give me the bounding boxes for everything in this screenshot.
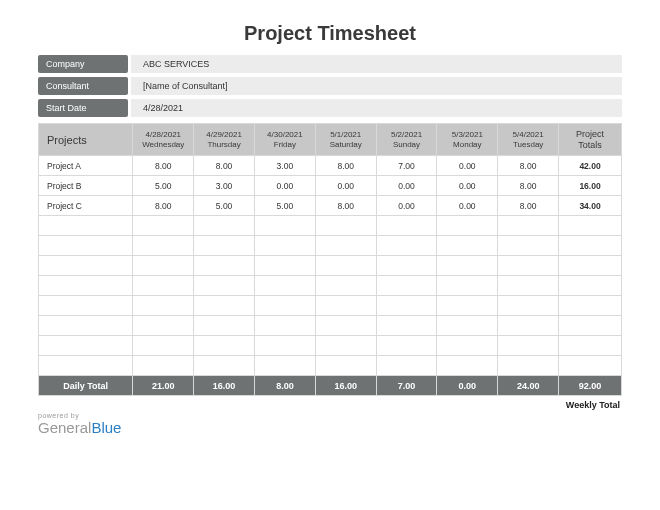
hours-cell[interactable] xyxy=(254,256,315,276)
hours-cell[interactable] xyxy=(315,216,376,236)
hours-cell[interactable] xyxy=(194,316,255,336)
hours-cell[interactable] xyxy=(194,336,255,356)
hours-cell[interactable] xyxy=(498,256,559,276)
hours-cell[interactable]: 0.00 xyxy=(376,176,437,196)
hours-cell[interactable] xyxy=(315,276,376,296)
hours-cell[interactable] xyxy=(437,296,498,316)
hours-cell[interactable] xyxy=(437,236,498,256)
hours-cell[interactable]: 0.00 xyxy=(254,176,315,196)
hours-cell[interactable] xyxy=(133,216,194,236)
project-name-cell[interactable] xyxy=(39,336,133,356)
timesheet-document: Project Timesheet Company ABC SERVICES C… xyxy=(0,0,660,446)
hours-cell[interactable]: 0.00 xyxy=(437,156,498,176)
hours-cell[interactable]: 8.00 xyxy=(498,176,559,196)
hours-cell[interactable] xyxy=(133,236,194,256)
hours-cell[interactable] xyxy=(376,296,437,316)
project-name-cell[interactable]: Project A xyxy=(39,156,133,176)
hours-cell[interactable] xyxy=(437,276,498,296)
hours-cell[interactable] xyxy=(254,236,315,256)
row-total-cell xyxy=(559,236,622,256)
project-name-cell[interactable] xyxy=(39,256,133,276)
hours-cell[interactable] xyxy=(498,316,559,336)
hours-cell[interactable] xyxy=(254,356,315,376)
hours-cell[interactable] xyxy=(376,276,437,296)
hours-cell[interactable] xyxy=(315,236,376,256)
hours-cell[interactable] xyxy=(376,316,437,336)
hours-cell[interactable]: 8.00 xyxy=(133,156,194,176)
hours-cell[interactable] xyxy=(315,296,376,316)
project-name-cell[interactable]: Project B xyxy=(39,176,133,196)
hours-cell[interactable] xyxy=(315,356,376,376)
hours-cell[interactable] xyxy=(498,296,559,316)
hours-cell[interactable] xyxy=(437,316,498,336)
hours-cell[interactable] xyxy=(498,356,559,376)
hours-cell[interactable]: 8.00 xyxy=(315,196,376,216)
weekly-total-label: Weekly Total xyxy=(38,400,622,410)
hours-cell[interactable] xyxy=(498,216,559,236)
consultant-value[interactable]: [Name of Consultant] xyxy=(131,77,622,95)
hours-cell[interactable] xyxy=(437,356,498,376)
hours-cell[interactable] xyxy=(133,356,194,376)
hours-cell[interactable] xyxy=(254,216,315,236)
hours-cell[interactable]: 3.00 xyxy=(194,176,255,196)
hours-cell[interactable] xyxy=(315,336,376,356)
hours-cell[interactable] xyxy=(254,296,315,316)
hours-cell[interactable] xyxy=(194,296,255,316)
hours-cell[interactable]: 0.00 xyxy=(376,196,437,216)
hours-cell[interactable] xyxy=(376,356,437,376)
hours-cell[interactable] xyxy=(437,336,498,356)
hours-cell[interactable]: 5.00 xyxy=(194,196,255,216)
hours-cell[interactable] xyxy=(315,316,376,336)
hours-cell[interactable]: 8.00 xyxy=(315,156,376,176)
company-value[interactable]: ABC SERVICES xyxy=(131,55,622,73)
project-name-cell[interactable] xyxy=(39,356,133,376)
hours-cell[interactable] xyxy=(133,256,194,276)
hours-cell[interactable] xyxy=(133,316,194,336)
hours-cell[interactable]: 0.00 xyxy=(315,176,376,196)
hours-cell[interactable] xyxy=(194,216,255,236)
project-name-cell[interactable] xyxy=(39,216,133,236)
hours-cell[interactable] xyxy=(254,316,315,336)
hours-cell[interactable] xyxy=(315,256,376,276)
hours-cell[interactable] xyxy=(376,216,437,236)
hours-cell[interactable] xyxy=(133,336,194,356)
hours-cell[interactable] xyxy=(376,236,437,256)
hours-cell[interactable] xyxy=(254,276,315,296)
hours-cell[interactable] xyxy=(194,356,255,376)
hours-cell[interactable] xyxy=(194,256,255,276)
project-name-cell[interactable] xyxy=(39,316,133,336)
header-project-totals: ProjectTotals xyxy=(559,124,622,156)
hours-cell[interactable] xyxy=(437,216,498,236)
hours-cell[interactable]: 8.00 xyxy=(498,196,559,216)
hours-cell[interactable]: 7.00 xyxy=(376,156,437,176)
hours-cell[interactable]: 5.00 xyxy=(254,196,315,216)
consultant-label: Consultant xyxy=(38,77,128,95)
header-day-5: 5/3/2021Monday xyxy=(437,124,498,156)
hours-cell[interactable] xyxy=(498,236,559,256)
hours-cell[interactable] xyxy=(194,236,255,256)
hours-cell[interactable]: 0.00 xyxy=(437,176,498,196)
hours-cell[interactable]: 8.00 xyxy=(194,156,255,176)
project-name-cell[interactable] xyxy=(39,296,133,316)
hours-cell[interactable] xyxy=(437,256,498,276)
hours-cell[interactable]: 8.00 xyxy=(133,196,194,216)
hours-cell[interactable] xyxy=(194,276,255,296)
project-name-cell[interactable]: Project C xyxy=(39,196,133,216)
table-row: Project C8.005.005.008.000.000.008.0034.… xyxy=(39,196,622,216)
hours-cell[interactable] xyxy=(133,296,194,316)
timesheet-table-wrap: Projects 4/28/2021Wednesday 4/29/2021Thu… xyxy=(38,123,622,410)
hours-cell[interactable] xyxy=(254,336,315,356)
startdate-label: Start Date xyxy=(38,99,128,117)
startdate-value[interactable]: 4/28/2021 xyxy=(131,99,622,117)
hours-cell[interactable] xyxy=(376,256,437,276)
hours-cell[interactable]: 5.00 xyxy=(133,176,194,196)
hours-cell[interactable]: 0.00 xyxy=(437,196,498,216)
hours-cell[interactable]: 3.00 xyxy=(254,156,315,176)
project-name-cell[interactable] xyxy=(39,276,133,296)
project-name-cell[interactable] xyxy=(39,236,133,256)
hours-cell[interactable] xyxy=(376,336,437,356)
hours-cell[interactable]: 8.00 xyxy=(498,156,559,176)
hours-cell[interactable] xyxy=(498,336,559,356)
hours-cell[interactable] xyxy=(133,276,194,296)
hours-cell[interactable] xyxy=(498,276,559,296)
